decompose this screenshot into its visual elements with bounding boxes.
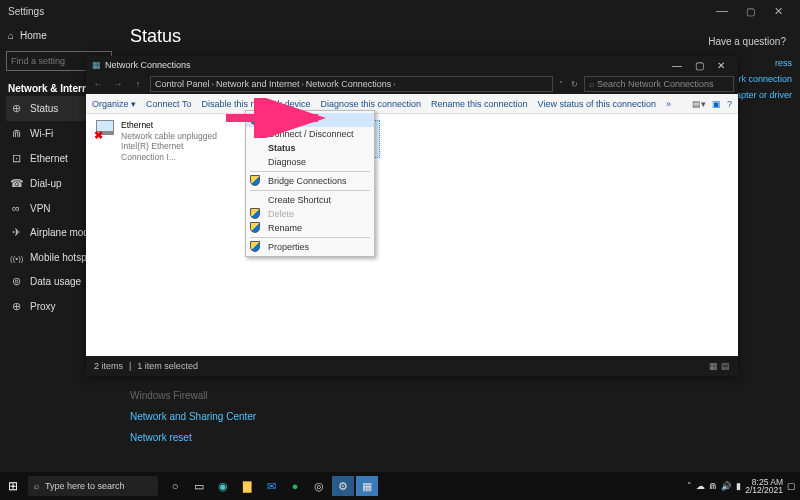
ctx-item-label: Rename bbox=[268, 223, 302, 233]
cp-search-placeholder: Search Network Connections bbox=[597, 79, 714, 89]
system-tray: ˄ ☁ ⋒ 🔊 ▮ 8:25 AM 2/12/2021 ▢ bbox=[683, 478, 800, 495]
bottom-links: Windows Firewall Network and Sharing Cen… bbox=[130, 382, 256, 451]
minimize-button[interactable]: — bbox=[708, 4, 736, 18]
tb-rename[interactable]: Rename this connection bbox=[431, 99, 528, 109]
edge-icon[interactable]: ◉ bbox=[212, 476, 234, 496]
cp-statusbar: 2 items | 1 item selected ▦ ▤ bbox=[86, 356, 738, 376]
tb-disable[interactable]: Disable this network device bbox=[201, 99, 310, 109]
tray-cloud-icon[interactable]: ☁ bbox=[696, 481, 705, 491]
tb-connect-to[interactable]: Connect To bbox=[146, 99, 191, 109]
tb-organize[interactable]: Organize ▾ bbox=[92, 99, 136, 109]
uac-shield-icon bbox=[250, 208, 262, 220]
adapter-ethernet[interactable]: ✖ Ethernet Network cable unplugged Intel… bbox=[96, 120, 226, 163]
link-firewall[interactable]: Windows Firewall bbox=[130, 388, 256, 403]
cp-titlebar: ▦ Network Connections — ▢ ✕ bbox=[86, 56, 738, 74]
air-icon bbox=[10, 226, 22, 239]
cp-close-button[interactable]: ✕ bbox=[710, 60, 732, 71]
search-icon: ⌕ bbox=[589, 79, 594, 89]
ctx-item-connect-disconnect[interactable]: Connect / Disconnect bbox=[246, 127, 374, 141]
home-label: Home bbox=[20, 30, 47, 41]
ctx-item-status[interactable]: Status bbox=[246, 141, 374, 155]
refresh-button[interactable]: ↻ bbox=[569, 80, 580, 89]
cp-title-icon: ▦ bbox=[92, 60, 101, 70]
maximize-button[interactable]: ▢ bbox=[736, 6, 764, 17]
tray-volume-icon[interactable]: 🔊 bbox=[721, 481, 732, 491]
close-button[interactable]: ✕ bbox=[764, 5, 792, 18]
tray-wifi-icon[interactable]: ⋒ bbox=[709, 481, 717, 491]
ctx-item-diagnose[interactable]: Diagnose bbox=[246, 155, 374, 169]
spotify-icon[interactable]: ● bbox=[284, 476, 306, 496]
cp-maximize-button[interactable]: ▢ bbox=[688, 60, 710, 71]
settings-taskbar-icon[interactable]: ⚙ bbox=[332, 476, 354, 496]
ctx-item-label: Properties bbox=[268, 242, 309, 252]
cortana-icon[interactable]: ○ bbox=[164, 476, 186, 496]
start-button[interactable]: ⊞ bbox=[0, 479, 26, 493]
control-panel-taskbar-icon[interactable]: ▦ bbox=[356, 476, 378, 496]
cp-address-bar: ← → ↑ Control Panel› Network and Interne… bbox=[86, 74, 738, 94]
search-icon: ⌕ bbox=[34, 481, 39, 491]
peek-link[interactable]: ress bbox=[775, 58, 792, 68]
breadcrumb-item[interactable]: Control Panel bbox=[155, 79, 210, 89]
up-button[interactable]: ↑ bbox=[130, 79, 146, 89]
dial-icon bbox=[10, 177, 22, 190]
breadcrumb-item[interactable]: Network Connections bbox=[306, 79, 392, 89]
link-sharing-center[interactable]: Network and Sharing Center bbox=[130, 409, 256, 424]
taskbar: ⊞ ⌕ Type here to search ○ ▭ ◉ ▇ ✉ ● ◎ ⚙ … bbox=[0, 472, 800, 500]
wifi-icon bbox=[10, 127, 22, 140]
tb-overflow[interactable]: » bbox=[666, 99, 671, 109]
tray-battery-icon[interactable]: ▮ bbox=[736, 481, 741, 491]
ethernet-icon: ✖ bbox=[96, 120, 117, 140]
sidebar-item-label: Dial-up bbox=[30, 178, 62, 189]
cp-body[interactable]: ✖ Ethernet Network cable unplugged Intel… bbox=[86, 114, 738, 356]
home-link[interactable]: Home bbox=[6, 26, 112, 45]
tb-diagnose[interactable]: Diagnose this connection bbox=[320, 99, 421, 109]
sidebar-item-label: Data usage bbox=[30, 276, 81, 287]
sidebar-item-label: Airplane mode bbox=[30, 227, 94, 238]
settings-app: Settings — ▢ ✕ Home ⌕ Network & Internet… bbox=[0, 0, 800, 500]
forward-button[interactable]: → bbox=[110, 79, 126, 89]
back-button[interactable]: ← bbox=[90, 79, 106, 89]
notifications-icon[interactable]: ▢ bbox=[787, 481, 796, 491]
chrome-icon[interactable]: ◎ bbox=[308, 476, 330, 496]
uac-shield-icon bbox=[250, 175, 262, 187]
taskbar-search[interactable]: ⌕ Type here to search bbox=[28, 476, 158, 496]
tray-chevron-icon[interactable]: ˄ bbox=[687, 481, 692, 491]
taskbar-icons: ○ ▭ ◉ ▇ ✉ ● ◎ ⚙ ▦ bbox=[164, 476, 378, 496]
ctx-item-delete: Delete bbox=[246, 207, 374, 221]
sidebar-item-label: VPN bbox=[30, 203, 51, 214]
cp-minimize-button[interactable]: — bbox=[666, 60, 688, 71]
adapter-text: Ethernet Network cable unplugged Intel(R… bbox=[121, 120, 226, 163]
vpn-icon bbox=[10, 202, 22, 214]
ctx-item-properties[interactable]: Properties bbox=[246, 240, 374, 254]
help-button[interactable]: ? bbox=[727, 99, 732, 109]
ctx-item-create-shortcut[interactable]: Create Shortcut bbox=[246, 193, 374, 207]
taskbar-clock[interactable]: 8:25 AM 2/12/2021 bbox=[745, 478, 783, 495]
tb-view-status[interactable]: View status of this connection bbox=[538, 99, 656, 109]
ctx-item-bridge-connections[interactable]: Bridge Connections bbox=[246, 174, 374, 188]
home-icon bbox=[8, 30, 14, 41]
view-options-button[interactable]: ▤▾ bbox=[692, 99, 706, 109]
explorer-icon[interactable]: ▇ bbox=[236, 476, 258, 496]
mail-icon[interactable]: ✉ bbox=[260, 476, 282, 496]
uac-shield-icon bbox=[250, 222, 262, 234]
link-network-reset[interactable]: Network reset bbox=[130, 430, 256, 445]
preview-pane-button[interactable]: ▣ bbox=[712, 99, 721, 109]
cp-toolbar: Organize ▾ Connect To Disable this netwo… bbox=[86, 94, 738, 114]
app-titlebar: Settings — ▢ ✕ bbox=[0, 0, 800, 22]
sidebar-item-label: Wi-Fi bbox=[30, 128, 53, 139]
page-heading: Status bbox=[130, 26, 794, 47]
cp-search-box[interactable]: ⌕ Search Network Connections bbox=[584, 76, 734, 92]
dropdown-button[interactable]: ˅ bbox=[557, 80, 565, 89]
ctx-item-disable[interactable]: Disable bbox=[246, 113, 374, 127]
status-selected-count: 1 item selected bbox=[137, 361, 198, 371]
cp-title-text: Network Connections bbox=[105, 60, 191, 70]
task-view-icon[interactable]: ▭ bbox=[188, 476, 210, 496]
breadcrumb-item[interactable]: Network and Internet bbox=[216, 79, 300, 89]
breadcrumb[interactable]: Control Panel› Network and Internet› Net… bbox=[150, 76, 553, 92]
ctx-item-label: Diagnose bbox=[268, 157, 306, 167]
ctx-item-rename[interactable]: Rename bbox=[246, 221, 374, 235]
ctx-item-label: Bridge Connections bbox=[268, 176, 347, 186]
uac-shield-icon bbox=[250, 114, 262, 126]
have-question-link[interactable]: Have a question? bbox=[708, 36, 786, 47]
ctx-item-label: Delete bbox=[268, 209, 294, 219]
